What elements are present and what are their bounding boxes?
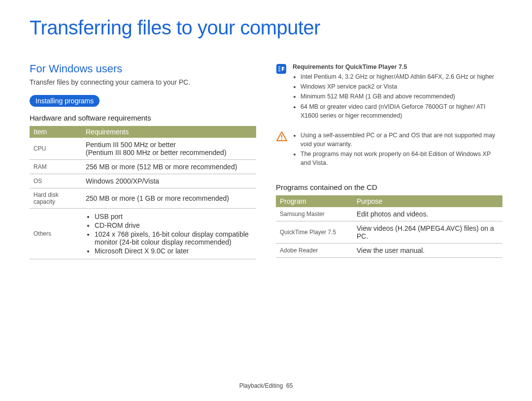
list-item: Windows XP service pack2 or Vista bbox=[300, 82, 502, 91]
list-item: Microsoft Direct X 9.0C or later bbox=[95, 247, 252, 255]
svg-rect-2 bbox=[281, 139, 282, 140]
cell-req: Pentium III 500 MHz or better (Pentium I… bbox=[82, 138, 256, 160]
th-purpose: Purpose bbox=[353, 195, 502, 207]
note-icon bbox=[276, 63, 288, 121]
note-body: Requirements for QuickTime Player 7.5 In… bbox=[293, 62, 502, 121]
section-intro: Transfer files by connecting your camera… bbox=[30, 78, 256, 86]
note-heading: Requirements for QuickTime Player 7.5 bbox=[293, 62, 502, 71]
svg-rect-0 bbox=[276, 64, 286, 74]
note-list: Intel Pentium 4, 3.2 GHz or higher/AMD A… bbox=[293, 72, 502, 120]
table-row: Hard disk capacity 250 MB or more (1 GB … bbox=[30, 188, 256, 209]
table-row: Samsung Master Edit photos and videos. bbox=[276, 207, 502, 221]
list-item: 64 MB or greater video card (nVIDIA Gefo… bbox=[300, 102, 502, 120]
list-item: Intel Pentium 4, 3.2 GHz or higher/AMD A… bbox=[300, 72, 502, 81]
list-item: The programs may not work properly on 64… bbox=[300, 150, 502, 167]
note-caution: Using a self-assembled PC or a PC and OS… bbox=[276, 130, 502, 169]
cell-item: OS bbox=[30, 174, 82, 188]
table-row: Others USB port CD-ROM drive 1024 x 768 … bbox=[30, 209, 256, 259]
note-body: Using a self-assembled PC or a PC and OS… bbox=[293, 130, 502, 169]
right-column: Requirements for QuickTime Player 7.5 In… bbox=[276, 62, 502, 259]
cell-req: USB port CD-ROM drive 1024 x 768 pixels,… bbox=[82, 209, 256, 259]
list-item: CD-ROM drive bbox=[95, 221, 252, 229]
two-column-layout: For Windows users Transfer files by conn… bbox=[30, 62, 502, 259]
cell-program: Adobe Reader bbox=[276, 244, 353, 258]
table-row: OS Windows 2000/XP/Vista bbox=[30, 174, 256, 188]
sub-heading-requirements: Hardware and software requirements bbox=[30, 114, 256, 122]
svg-rect-1 bbox=[281, 135, 282, 138]
cell-req: Windows 2000/XP/Vista bbox=[82, 174, 256, 188]
list-item: Using a self-assembled PC or a PC and OS… bbox=[300, 131, 502, 149]
cell-program: QuickTime Player 7.5 bbox=[276, 221, 353, 244]
table-row: CPU Pentium III 500 MHz or better (Penti… bbox=[30, 138, 256, 160]
cell-req: 250 MB or more (1 GB or more recommended… bbox=[82, 188, 256, 209]
list-item: 1024 x 768 pixels, 16-bit colour display… bbox=[95, 230, 252, 246]
list-item: USB port bbox=[95, 213, 252, 220]
note-quicktime-reqs: Requirements for QuickTime Player 7.5 In… bbox=[276, 62, 502, 121]
cell-program: Samsung Master bbox=[276, 207, 353, 221]
cell-purpose: Edit photos and videos. bbox=[353, 207, 502, 221]
footer-section: Playback/Editing bbox=[239, 382, 283, 389]
section-heading: For Windows users bbox=[30, 62, 256, 75]
pill-installing-programs: Installing programs bbox=[30, 95, 100, 107]
footer-page: 65 bbox=[286, 382, 293, 389]
cell-item: Hard disk capacity bbox=[30, 188, 82, 209]
sub-heading-programs: Programs contained on the CD bbox=[276, 183, 502, 191]
list-item: Minimum 512 MB RAM (1 GB and above recom… bbox=[300, 92, 502, 101]
table-row: QuickTime Player 7.5 View videos (H.264 … bbox=[276, 221, 502, 244]
cell-item: CPU bbox=[30, 138, 82, 160]
table-row: Adobe Reader View the user manual. bbox=[276, 244, 502, 258]
table-row: RAM 256 MB or more (512 MB or more recom… bbox=[30, 160, 256, 174]
cell-item: RAM bbox=[30, 160, 82, 174]
warning-icon bbox=[276, 131, 288, 169]
left-column: For Windows users Transfer files by conn… bbox=[30, 62, 256, 259]
page-title: Transferring files to your computer bbox=[30, 17, 502, 39]
th-program: Program bbox=[276, 195, 353, 207]
programs-table: Program Purpose Samsung Master Edit phot… bbox=[276, 195, 502, 258]
th-requirements: Requirements bbox=[82, 126, 256, 138]
cell-item: Others bbox=[30, 209, 82, 259]
cell-req: 256 MB or more (512 MB or more recommend… bbox=[82, 160, 256, 174]
page-footer: Playback/Editing 65 bbox=[0, 382, 532, 389]
manual-page: Transferring files to your computer For … bbox=[0, 0, 532, 401]
note-list: Using a self-assembled PC or a PC and OS… bbox=[293, 131, 502, 168]
requirements-table: Item Requirements CPU Pentium III 500 MH… bbox=[30, 126, 256, 259]
cell-purpose: View videos (H.264 (MPEG4.AVC) files) on… bbox=[353, 221, 502, 244]
th-item: Item bbox=[30, 126, 82, 138]
others-list: USB port CD-ROM drive 1024 x 768 pixels,… bbox=[86, 213, 252, 255]
cell-purpose: View the user manual. bbox=[353, 244, 502, 258]
